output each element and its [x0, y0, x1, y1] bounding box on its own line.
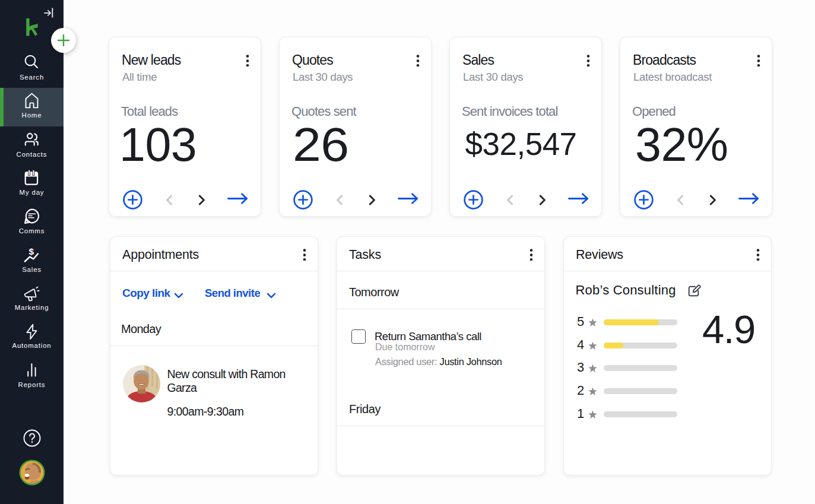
svg-text:$: $	[29, 246, 34, 256]
